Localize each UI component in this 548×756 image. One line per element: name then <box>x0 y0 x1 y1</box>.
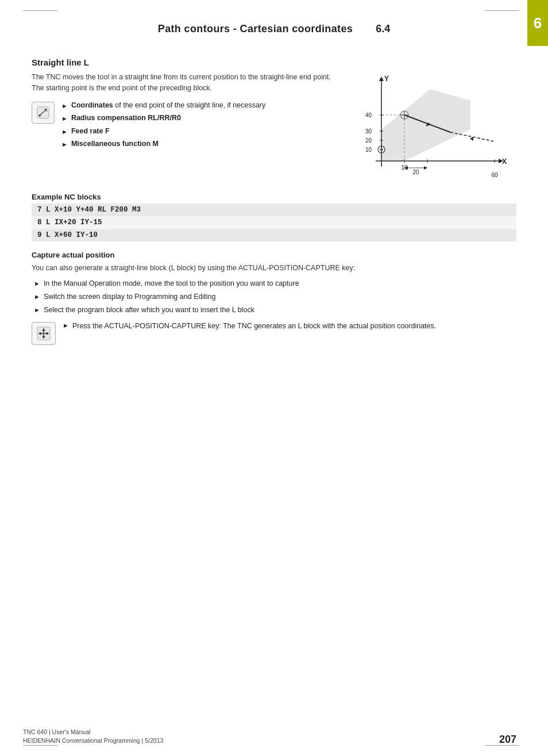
svg-text:10: 10 <box>365 147 372 153</box>
straight-line-key-icon <box>32 102 55 124</box>
nc-block-3: 9 L X+60 IY-10 <box>32 229 516 241</box>
capture-arrow-1: ► <box>34 279 40 289</box>
actual-position-capture-key <box>32 322 56 345</box>
bullet-list: ► Coordinates of the end point of the st… <box>61 101 265 152</box>
nc-block-2: 8 L IX+20 IY-15 <box>32 216 516 229</box>
diagram-area: Y X 40 10 10 <box>356 72 516 181</box>
capture-intro: You can also generate a straight-line bl… <box>32 263 516 274</box>
svg-text:20: 20 <box>365 137 372 144</box>
bullet-item-feedrate: ► Feed rate F <box>61 126 265 137</box>
press-bullet-row: ► Press the ACTUAL-POSITION-CAPTURE key:… <box>63 321 436 345</box>
bullet-arrow-2: ► <box>61 114 68 123</box>
page-title: Path contours - Cartesian coordinates <box>158 23 353 35</box>
capture-heading: Capture actual position <box>32 251 516 259</box>
table-row: 9 L X+60 IY-10 <box>32 229 516 241</box>
x-axis-label: X <box>502 158 507 166</box>
svg-text:20: 20 <box>412 169 419 175</box>
nc-block-1: 7 L X+10 Y+40 RL F200 M3 <box>32 204 516 216</box>
table-row: 8 L IX+20 IY-15 <box>32 216 516 229</box>
table-row: 7 L X+10 Y+40 RL F200 M3 <box>32 204 516 216</box>
press-arrow: ► <box>63 322 69 329</box>
main-content: Straight line L The TNC moves the tool i… <box>32 57 516 722</box>
svg-point-33 <box>380 148 383 151</box>
capture-steps-list: ► In the Manual Operation mode, move the… <box>32 278 516 315</box>
bullet-arrow-3: ► <box>61 128 68 136</box>
footer-line2: HEIDENHAIN Conversational Programming | … <box>23 736 163 746</box>
svg-text:60: 60 <box>491 172 498 178</box>
bullet-item-coordinates: ► Coordinates of the end point of the st… <box>61 101 265 111</box>
top-section: The TNC moves the tool in a straight lin… <box>32 72 516 181</box>
bullet-arrow-4: ► <box>61 140 68 149</box>
coordinate-diagram: Y X 40 10 10 <box>356 72 511 181</box>
capture-key-svg <box>37 327 51 340</box>
nc-table: 7 L X+10 Y+40 RL F200 M3 8 L IX+20 IY-15… <box>32 204 516 241</box>
svg-point-2 <box>38 114 41 117</box>
svg-text:30: 30 <box>365 128 372 135</box>
section-heading: Straight line L <box>32 57 516 67</box>
capture-section: Capture actual position You can also gen… <box>32 251 516 345</box>
capture-arrow-2: ► <box>34 293 40 302</box>
icon-bullet-row: ► Coordinates of the end point of the st… <box>32 101 344 152</box>
intro-text: The TNC moves the tool in a straight lin… <box>32 72 344 94</box>
page-section: 6.4 <box>376 23 390 35</box>
page-number: 207 <box>499 734 516 746</box>
diagram-container: Y X 40 10 10 <box>356 72 511 181</box>
key-icon-svg <box>37 106 49 119</box>
y-axis-label: Y <box>384 75 389 83</box>
footer-left: TNC 640 | User's Manual HEIDENHAIN Conve… <box>23 728 163 746</box>
press-text: Press the ACTUAL-POSITION-CAPTURE key: T… <box>72 321 436 332</box>
bullet-item-radius: ► Radius compensation RL/RR/R0 <box>61 113 265 124</box>
top-left: The TNC moves the tool in a straight lin… <box>32 72 344 181</box>
nc-blocks-section: Example NC blocks 7 L X+10 Y+40 RL F200 … <box>32 193 516 241</box>
capture-arrow-3: ► <box>34 306 40 315</box>
page-header: Path contours - Cartesian coordinates 6.… <box>0 23 548 35</box>
bullet-arrow-1: ► <box>61 102 68 110</box>
nc-blocks-heading: Example NC blocks <box>32 193 516 201</box>
bullet-item-misc: ► Miscellaneous function M <box>61 139 265 149</box>
page-footer: TNC 640 | User's Manual HEIDENHAIN Conve… <box>23 728 516 746</box>
capture-step-3: ► Select the program block after which y… <box>32 305 516 315</box>
footer-line1: TNC 640 | User's Manual <box>23 728 163 737</box>
top-border-left <box>23 10 57 11</box>
top-border-right <box>485 10 519 11</box>
svg-text:40: 40 <box>365 112 372 118</box>
capture-step-1: ► In the Manual Operation mode, move the… <box>32 278 516 289</box>
press-block: ► Press the ACTUAL-POSITION-CAPTURE key:… <box>32 321 516 345</box>
capture-step-2: ► Switch the screen display to Programmi… <box>32 291 516 302</box>
